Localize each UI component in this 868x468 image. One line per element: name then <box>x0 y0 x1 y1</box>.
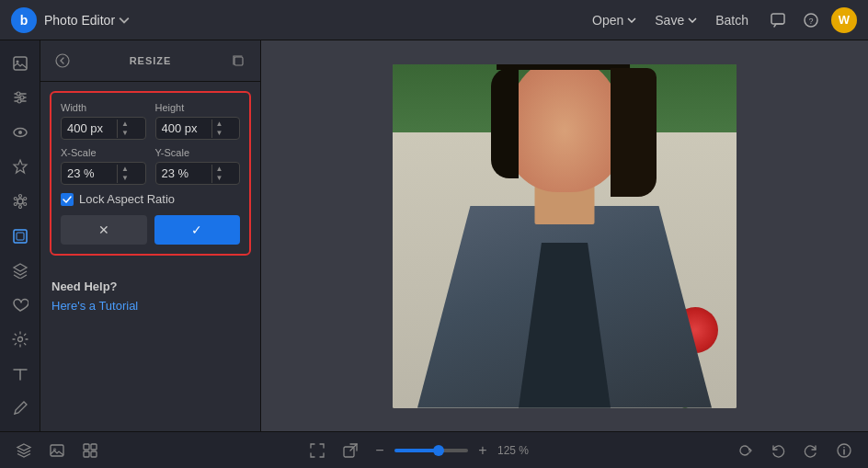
expand-icon <box>309 442 326 459</box>
help-section: Need Help? Here's a Tutorial <box>40 265 260 328</box>
y-scale-label: Y-Scale <box>155 147 241 158</box>
text-button[interactable] <box>5 359 36 390</box>
y-scale-down-button[interactable]: ▼ <box>212 174 227 183</box>
svg-rect-35 <box>91 451 97 457</box>
external-button[interactable] <box>337 438 363 463</box>
undo-icon <box>770 442 786 459</box>
gallery-sidebar-button[interactable] <box>5 48 36 79</box>
favorites-button[interactable] <box>5 152 36 183</box>
layers-button[interactable] <box>5 255 36 286</box>
effects-icon <box>12 193 29 210</box>
brush-button[interactable] <box>5 393 36 424</box>
svg-rect-30 <box>51 445 63 456</box>
copy-icon <box>231 53 246 68</box>
eye-icon <box>12 124 29 141</box>
lock-aspect-label: Lock Aspect Ratio <box>79 192 175 206</box>
redo-button[interactable] <box>798 438 824 463</box>
svg-point-24 <box>17 337 22 342</box>
sidebar-panel: RESIZE Width ▲ ▼ <box>40 40 261 431</box>
text-icon <box>12 366 29 382</box>
width-input[interactable] <box>62 118 117 139</box>
bottom-left-tools <box>11 438 103 463</box>
x-scale-input[interactable] <box>62 163 117 184</box>
y-scale-input[interactable] <box>156 163 211 184</box>
width-up-button[interactable]: ▲ <box>118 120 132 129</box>
effects-button[interactable] <box>5 186 36 217</box>
settings-button[interactable] <box>5 324 36 355</box>
zoom-slider[interactable] <box>394 449 468 452</box>
topbar: b Photo Editor Open Save Batch ? W <box>0 0 868 40</box>
logo-letter: b <box>20 13 29 28</box>
save-chevron-icon <box>688 17 697 23</box>
svg-point-18 <box>18 205 21 208</box>
x-scale-down-button[interactable]: ▼ <box>118 174 132 183</box>
lock-aspect-row: Lock Aspect Ratio <box>61 192 240 206</box>
svg-point-15 <box>18 194 21 197</box>
svg-rect-22 <box>17 233 24 240</box>
zoom-out-button[interactable]: − <box>371 442 389 459</box>
adjustments-icon <box>12 89 29 106</box>
height-up-button[interactable]: ▲ <box>212 120 227 129</box>
photo-bottom-button[interactable] <box>44 438 70 463</box>
undo-button[interactable] <box>765 438 791 463</box>
scale-row: X-Scale ▲ ▼ Y-Scale ▲ <box>61 147 240 185</box>
app-title: Photo Editor <box>44 13 130 28</box>
layers-bottom-icon <box>16 442 32 459</box>
help-icon: ? <box>803 12 819 29</box>
y-scale-input-wrap: ▲ ▼ <box>155 162 241 185</box>
grid-bottom-button[interactable] <box>77 438 103 463</box>
help-icon-button[interactable]: ? <box>798 7 824 33</box>
y-scale-up-button[interactable]: ▲ <box>212 165 227 174</box>
tutorial-link[interactable]: Here's a Tutorial <box>51 299 138 313</box>
chat-icon-button[interactable] <box>765 7 791 33</box>
save-button[interactable]: Save <box>645 9 706 31</box>
svg-rect-21 <box>14 230 27 243</box>
svg-point-27 <box>56 54 69 67</box>
expand-button[interactable] <box>304 438 330 463</box>
info-icon <box>836 442 852 459</box>
canvas-area <box>261 40 868 431</box>
open-button[interactable]: Open <box>583 9 645 31</box>
svg-rect-0 <box>771 14 784 24</box>
lock-aspect-checkbox[interactable] <box>61 193 74 206</box>
redo-icon <box>803 442 819 459</box>
width-down-button[interactable]: ▼ <box>118 129 132 138</box>
gear-icon <box>12 331 29 348</box>
x-scale-input-wrap: ▲ ▼ <box>61 162 146 185</box>
checkmark-icon <box>63 195 72 204</box>
layers-bottom-button[interactable] <box>11 438 37 463</box>
help-title: Need Help? <box>51 280 249 293</box>
svg-point-19 <box>14 202 17 205</box>
svg-point-4 <box>16 60 18 63</box>
view-button[interactable] <box>5 117 36 148</box>
batch-button[interactable]: Batch <box>706 9 758 31</box>
resize-button[interactable] <box>5 221 36 252</box>
zoom-in-button[interactable]: + <box>474 442 492 459</box>
adjustments-button[interactable] <box>5 83 36 114</box>
height-input[interactable] <box>156 118 211 139</box>
height-spinners: ▲ ▼ <box>211 120 227 138</box>
svg-marker-29 <box>17 444 30 451</box>
back-arrow-icon <box>55 53 70 68</box>
width-spinners: ▲ ▼ <box>117 120 132 138</box>
resize-actions: ✕ ✓ <box>61 215 240 245</box>
confirm-button[interactable]: ✓ <box>154 215 241 245</box>
info-button[interactable] <box>831 438 857 463</box>
x-scale-up-button[interactable]: ▲ <box>118 165 132 174</box>
svg-point-10 <box>17 99 21 103</box>
height-down-button[interactable]: ▼ <box>212 129 227 138</box>
back-button[interactable] <box>51 50 74 72</box>
copy-icon-button[interactable] <box>227 50 249 72</box>
dimensions-row: Width ▲ ▼ Height ▲ <box>61 102 240 140</box>
photo-bottom-icon <box>49 442 65 459</box>
rotate-cw-button[interactable] <box>732 438 758 463</box>
favorites2-button[interactable] <box>5 290 36 321</box>
user-avatar[interactable]: W <box>831 7 857 33</box>
photo-container <box>393 64 737 408</box>
svg-point-12 <box>18 131 22 134</box>
photo-canvas[interactable] <box>393 64 737 408</box>
brush-icon <box>12 400 29 417</box>
app-logo[interactable]: b <box>11 7 37 33</box>
cancel-button[interactable]: ✕ <box>61 215 147 245</box>
open-chevron-icon <box>627 17 636 23</box>
